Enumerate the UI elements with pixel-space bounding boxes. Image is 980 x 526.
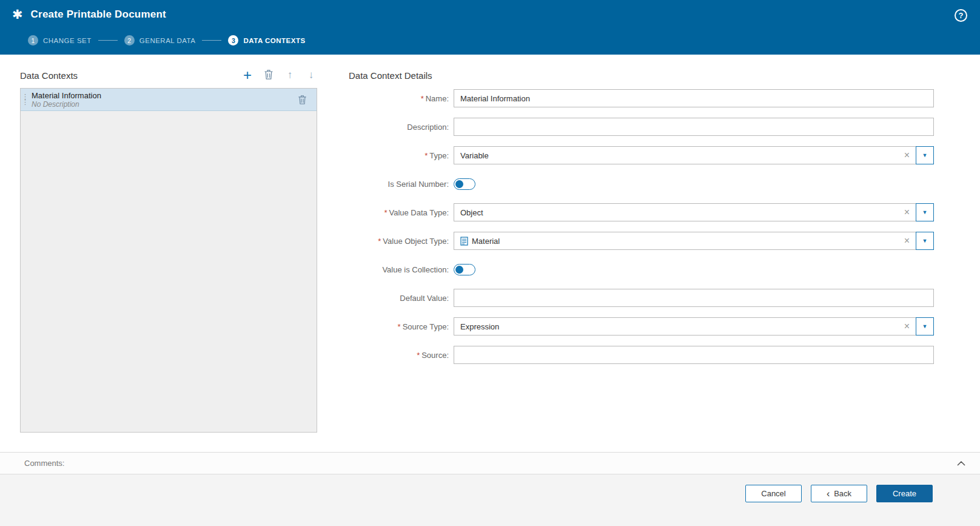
step-connector [202,40,221,41]
list-item-description: No Description [32,100,101,109]
type-dropdown-button[interactable]: ▼ [916,146,934,164]
form-row-source-type: *Source Type: Expression × ▼ [337,317,934,335]
type-value: Variable [460,151,902,160]
default-value-label: Default Value: [337,294,454,303]
step-data-contexts[interactable]: 3 DATA CONTEXTS [228,35,305,46]
form-row-is-serial-number: Is Serial Number: [337,175,934,193]
value-data-type-label: *Value Data Type: [337,208,454,217]
value-data-type-value-box[interactable]: Object × [454,203,916,221]
arrow-up-icon: ↑ [287,69,293,81]
clear-icon[interactable]: × [902,150,912,160]
clear-icon[interactable]: × [902,236,912,246]
value-data-type-combobox: Object × ▼ [454,203,934,221]
drag-handle-icon[interactable]: ⋮ ⋮ [21,94,29,105]
clear-icon[interactable]: × [902,322,912,331]
value-object-type-dropdown-button[interactable]: ▼ [916,232,934,250]
create-button[interactable]: Create [876,485,933,502]
details-title: Data Context Details [349,70,934,81]
chevron-down-icon: ▼ [922,323,928,329]
collapse-comments-button[interactable] [957,459,965,468]
form-row-description: Description: [337,118,934,136]
page-title: Create Printable Document [31,8,166,21]
form-row-source: *Source: [337,346,934,364]
form-row-name: *Name: [337,89,934,107]
app-header: ✱ Create Printable Document ? 1 CHANGE S… [0,0,980,55]
data-contexts-list: ⋮ ⋮ Material Information No Description [20,88,317,433]
name-label: *Name: [337,94,454,103]
required-marker: * [417,351,420,360]
chevron-down-icon: ▼ [922,238,928,244]
move-down-button[interactable]: ↓ [305,69,317,82]
move-up-button[interactable]: ↑ [284,69,296,82]
form-row-value-object-type: *Value Object Type: Material × ▼ [337,232,934,250]
source-type-dropdown-button[interactable]: ▼ [916,317,934,335]
chevron-left-icon: ‹ [827,490,830,497]
data-context-details-panel: Data Context Details *Name: Description:… [337,70,934,374]
header-title-row: ✱ Create Printable Document [0,0,980,21]
form-row-value-data-type: *Value Data Type: Object × ▼ [337,203,934,221]
source-type-label: *Source Type: [337,322,454,331]
wizard-stepper: 1 CHANGE SET 2 GENERAL DATA 3 DATA CONTE… [28,35,306,46]
is-serial-number-toggle[interactable] [454,178,475,190]
source-type-value: Expression [460,322,902,331]
type-label: *Type: [337,151,454,160]
value-data-type-dropdown-button[interactable]: ▼ [916,203,934,221]
data-contexts-toolbar: + ↑ ↓ [241,69,317,82]
list-item-name: Material Information [32,91,101,100]
source-input[interactable] [454,346,934,364]
toggle-knob [455,180,463,188]
data-contexts-title: Data Contexts [20,70,78,81]
document-icon [460,237,468,246]
default-value-input[interactable] [454,289,934,307]
data-contexts-header: Data Contexts + ↑ ↓ [20,67,317,84]
chevron-up-icon [957,459,965,468]
chevron-down-icon: ▼ [922,152,928,158]
required-marker: * [398,322,401,331]
chevron-down-icon: ▼ [922,209,928,215]
trash-icon [298,98,307,107]
toggle-knob [455,266,463,274]
form-row-type: *Type: Variable × ▼ [337,146,934,164]
required-marker: * [378,237,381,246]
value-object-type-value-box[interactable]: Material × [454,232,916,250]
step-general-data[interactable]: 2 GENERAL DATA [124,35,196,46]
comments-label: Comments: [24,459,64,468]
name-input[interactable] [454,89,934,107]
description-input[interactable] [454,118,934,136]
step-2-label: GENERAL DATA [139,37,196,44]
step-1-label: CHANGE SET [43,37,92,44]
app-logo-icon: ✱ [12,8,23,21]
form-row-default-value: Default Value: [337,289,934,307]
step-change-set[interactable]: 1 CHANGE SET [28,35,92,46]
delete-data-context-button[interactable] [263,69,275,82]
type-combobox: Variable × ▼ [454,146,934,164]
arrow-down-icon: ↓ [309,69,314,81]
footer-action-bar: Cancel ‹ Back Create [0,474,980,526]
step-connector [98,40,118,41]
add-data-context-button[interactable]: + [241,69,253,82]
data-contexts-panel: Data Contexts + ↑ ↓ ⋮ ⋮ Material Informa… [20,67,317,433]
type-combobox-value-box[interactable]: Variable × [454,146,916,164]
source-type-value-box[interactable]: Expression × [454,317,916,335]
delete-item-button[interactable] [298,95,307,107]
step-3-label: DATA CONTEXTS [243,37,305,44]
back-button[interactable]: ‹ Back [811,485,867,502]
source-label: *Source: [337,351,454,360]
required-marker: * [425,151,428,160]
step-3-circle: 3 [228,35,238,46]
value-object-type-label: *Value Object Type: [337,237,454,246]
value-is-collection-toggle[interactable] [454,264,475,275]
form-row-value-is-collection: Value is Collection: [337,260,934,278]
value-object-type-combobox: Material × ▼ [454,232,934,250]
help-icon: ? [959,11,964,20]
cancel-button[interactable]: Cancel [745,485,802,502]
step-2-circle: 2 [124,35,135,46]
is-serial-number-label: Is Serial Number: [337,180,454,189]
clear-icon[interactable]: × [902,207,912,217]
list-item-texts: Material Information No Description [32,91,101,109]
help-button[interactable]: ? [955,9,967,22]
add-icon: + [243,69,252,81]
source-type-combobox: Expression × ▼ [454,317,934,335]
list-item[interactable]: ⋮ ⋮ Material Information No Description [21,89,317,111]
value-object-type-value: Material [472,237,902,246]
